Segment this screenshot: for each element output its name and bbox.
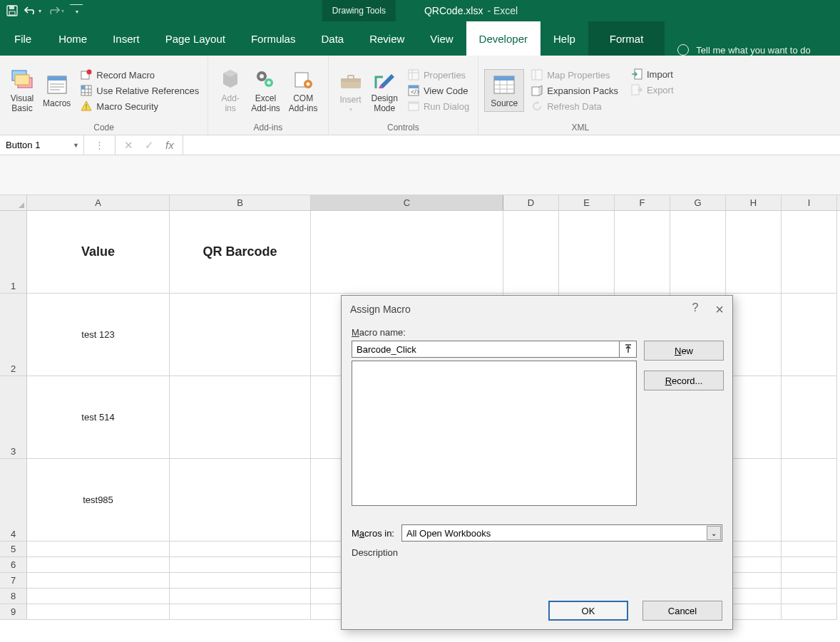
import-button[interactable]: Import	[628, 68, 677, 81]
tab-review[interactable]: Review	[357, 21, 417, 56]
cell-I9[interactable]	[782, 604, 837, 620]
row-header-1[interactable]: 1	[0, 211, 27, 294]
name-box-input[interactable]	[6, 140, 63, 150]
col-header-H[interactable]: H	[726, 195, 782, 210]
fx-icon[interactable]: fx	[165, 139, 174, 151]
record-macro-button[interactable]: Record Macro	[78, 68, 202, 81]
cell-B5[interactable]	[170, 542, 311, 557]
cell-B7[interactable]	[170, 573, 311, 589]
cell-H6[interactable]	[726, 557, 782, 573]
cell-E1[interactable]	[559, 211, 615, 294]
export-button[interactable]: Export	[628, 83, 677, 96]
properties-button[interactable]: Properties	[405, 68, 472, 81]
refresh-data-button[interactable]: Refresh Data	[528, 100, 621, 113]
cell-H8[interactable]	[726, 589, 782, 604]
row-header-9[interactable]: 9	[0, 604, 27, 620]
macros-button[interactable]: Macros	[39, 73, 75, 108]
cell-A2[interactable]: test 123	[27, 294, 170, 376]
col-header-C[interactable]: C	[311, 195, 503, 210]
cell-A7[interactable]	[27, 573, 170, 589]
visual-basic-button[interactable]: Visual Basic	[6, 68, 39, 113]
qat-customize-icon[interactable]: ▾	[70, 4, 83, 17]
macro-reference-button[interactable]	[620, 341, 637, 358]
cell-I6[interactable]	[782, 557, 837, 573]
dropdown-icon[interactable]: ▼	[73, 142, 79, 149]
expansion-packs-button[interactable]: Expansion Packs	[528, 84, 621, 97]
tab-home[interactable]: Home	[46, 21, 100, 56]
macro-list[interactable]	[352, 361, 637, 506]
com-addins-button[interactable]: COM Add-ins	[285, 68, 322, 113]
name-box[interactable]: ▼	[0, 135, 84, 155]
cell-H9[interactable]	[726, 604, 782, 620]
tab-page-layout[interactable]: Page Layout	[153, 21, 238, 56]
cell-H5[interactable]	[726, 542, 782, 557]
view-code-button[interactable]: </> View Code	[405, 84, 472, 97]
excel-addins-button[interactable]: Excel Add-ins	[247, 68, 285, 113]
macro-name-input[interactable]	[352, 341, 620, 358]
ok-button[interactable]: OK	[548, 601, 628, 621]
col-header-A[interactable]: A	[27, 195, 170, 210]
cell-H7[interactable]	[726, 573, 782, 589]
cell-F1[interactable]	[615, 211, 670, 294]
new-button[interactable]: New	[644, 341, 724, 361]
insert-controls-button[interactable]: Insert ▾	[334, 69, 367, 113]
cell-I5[interactable]	[782, 542, 837, 557]
cell-G1[interactable]	[670, 211, 726, 294]
col-header-G[interactable]: G	[670, 195, 726, 210]
col-header-F[interactable]: F	[615, 195, 670, 210]
record-button[interactable]: Record...	[644, 371, 724, 390]
map-properties-button[interactable]: Map Properties	[528, 68, 621, 81]
dialog-title-bar[interactable]: Assign Macro ? ×	[342, 296, 732, 323]
tab-view[interactable]: View	[417, 21, 466, 56]
cancel-button[interactable]: Cancel	[642, 601, 722, 621]
cell-H1[interactable]	[726, 211, 782, 294]
use-relative-references-button[interactable]: Use Relative References	[78, 84, 202, 97]
row-header-8[interactable]: 8	[0, 589, 27, 604]
cell-H4[interactable]	[726, 459, 782, 542]
cell-A3[interactable]: test 514	[27, 376, 170, 459]
cell-B8[interactable]	[170, 589, 311, 604]
tab-formulas[interactable]: Formulas	[238, 21, 309, 56]
col-header-B[interactable]: B	[170, 195, 311, 210]
row-header-3[interactable]: 3	[0, 376, 27, 459]
cell-A4[interactable]: test985	[27, 459, 170, 542]
cell-A6[interactable]	[27, 557, 170, 573]
dialog-help-button[interactable]: ?	[692, 301, 698, 318]
row-header-7[interactable]: 7	[0, 573, 27, 589]
save-icon[interactable]	[6, 4, 19, 17]
row-header-2[interactable]: 2	[0, 294, 27, 376]
cell-B4[interactable]	[170, 459, 311, 542]
run-dialog-button[interactable]: Run Dialog	[405, 100, 472, 113]
cell-I3[interactable]	[782, 376, 837, 459]
cell-D1[interactable]	[503, 211, 559, 294]
enter-icon[interactable]: ✓	[145, 139, 154, 152]
cell-C1[interactable]	[311, 211, 503, 294]
cell-I1[interactable]	[782, 211, 837, 294]
tab-help[interactable]: Help	[541, 21, 588, 56]
formula-bar-expand[interactable]: ⋮	[84, 135, 116, 155]
tab-format[interactable]: Format	[588, 21, 665, 56]
macros-in-select[interactable]: All Open Workbooks ⌄	[401, 524, 722, 542]
cell-B1[interactable]: QR Barcode	[170, 211, 311, 294]
cell-I4[interactable]	[782, 459, 837, 542]
cell-B2[interactable]	[170, 294, 311, 376]
tell-me-search[interactable]: Tell me what you want to do	[677, 44, 810, 56]
formula-input[interactable]	[183, 135, 840, 155]
cell-I2[interactable]	[782, 294, 837, 376]
dialog-close-button[interactable]: ×	[715, 301, 724, 318]
tab-insert[interactable]: Insert	[100, 21, 153, 56]
cell-H2[interactable]	[726, 294, 782, 376]
macro-security-button[interactable]: Macro Security	[78, 100, 202, 113]
cell-A1[interactable]: Value	[27, 211, 170, 294]
redo-button[interactable]: ▾	[47, 6, 64, 16]
row-header-5[interactable]: 5	[0, 542, 27, 557]
col-header-D[interactable]: D	[503, 195, 559, 210]
undo-button[interactable]: ▾	[24, 6, 41, 16]
select-all-corner[interactable]	[0, 195, 27, 210]
cancel-icon[interactable]: ✕	[124, 139, 133, 152]
col-header-E[interactable]: E	[559, 195, 615, 210]
tab-data[interactable]: Data	[308, 21, 357, 56]
tab-file[interactable]: File	[0, 21, 46, 56]
cell-B3[interactable]	[170, 376, 311, 459]
cell-B6[interactable]	[170, 557, 311, 573]
